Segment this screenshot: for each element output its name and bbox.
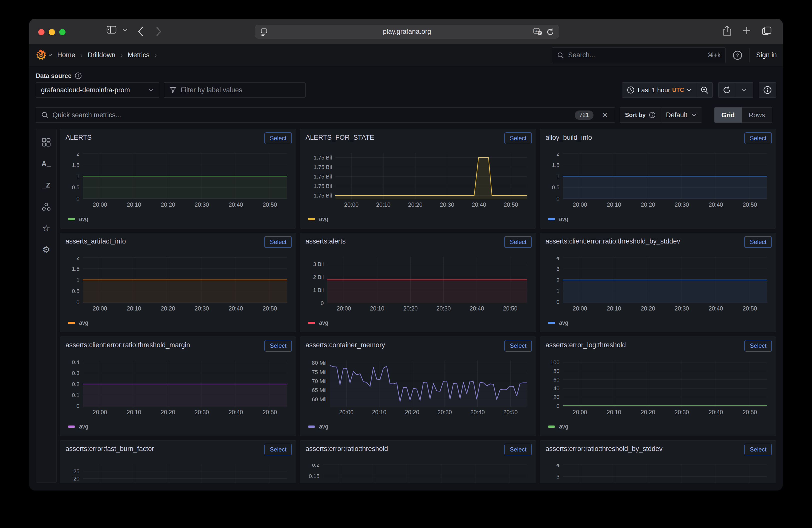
breadcrumb-separator: › <box>80 51 83 59</box>
zoom-out-time-button[interactable] <box>696 83 712 98</box>
metric-chart: 20:0020:1020:2020:3020:4020:5021.510.50 <box>65 257 291 318</box>
new-tab-icon[interactable] <box>742 25 752 36</box>
svg-text:0.3: 0.3 <box>72 370 79 376</box>
breadcrumb-metrics[interactable]: Metrics <box>128 51 149 59</box>
select-button[interactable]: Select <box>505 236 532 248</box>
address-bar[interactable]: play.grafana.org A文 <box>255 25 559 39</box>
svg-text:20:50: 20:50 <box>503 409 518 415</box>
select-button[interactable]: Select <box>505 340 532 352</box>
chevron-left-icon <box>137 26 144 37</box>
breadcrumb-home[interactable]: Home <box>57 51 75 59</box>
svg-text:0.5: 0.5 <box>72 288 79 294</box>
grafana-logo[interactable] <box>35 49 47 61</box>
refresh-interval-dropdown[interactable] <box>735 83 753 98</box>
related-metrics-icon[interactable] <box>40 200 53 213</box>
legend-item[interactable]: avg <box>68 216 88 222</box>
legend-item[interactable]: avg <box>68 320 88 326</box>
quick-search-input[interactable]: Quick search metrics... 721 ✕ <box>36 107 615 123</box>
datasource-select[interactable]: grafanacloud-demoinfra-prom <box>36 82 159 98</box>
select-button[interactable]: Select <box>744 236 772 248</box>
select-button[interactable]: Select <box>744 132 772 144</box>
global-search-input[interactable]: Search... ⌘+k <box>552 47 726 63</box>
zoom-window-button[interactable] <box>59 29 66 35</box>
svg-text:20:20: 20:20 <box>161 202 175 208</box>
legend-label: avg <box>79 423 88 430</box>
label-filter-input[interactable]: Filter by label values <box>164 82 305 98</box>
legend-item[interactable]: avg <box>548 320 568 326</box>
svg-text:20:30: 20:30 <box>437 409 452 415</box>
time-range-picker[interactable]: Last 1 hour UTC <box>622 83 696 98</box>
svg-text:20:30: 20:30 <box>194 305 209 312</box>
refresh-button[interactable] <box>719 83 735 98</box>
panel-title: asserts:error:ratio:threshold_by_stddev <box>546 445 663 453</box>
sort-select[interactable]: Default <box>661 107 702 122</box>
metric-chart: 20:0020:1020:2020:3020:4020:502520 <box>65 464 291 483</box>
sort-alpha-desc-icon[interactable]: _Z <box>40 179 53 192</box>
svg-text:20:10: 20:10 <box>127 202 141 208</box>
svg-text:20:40: 20:40 <box>229 305 243 312</box>
settings-icon[interactable]: ⚙ <box>40 243 53 256</box>
help-icon[interactable]: ? <box>732 50 743 60</box>
select-button[interactable]: Select <box>744 340 772 352</box>
svg-text:40: 40 <box>553 385 560 392</box>
legend-swatch <box>68 425 75 428</box>
minimize-window-button[interactable] <box>49 29 55 35</box>
legend-item[interactable]: avg <box>308 216 328 222</box>
translate-icon[interactable]: A文 <box>533 28 542 36</box>
clear-search-icon[interactable]: ✕ <box>600 111 610 119</box>
legend-label: avg <box>559 216 568 222</box>
time-range-value: Last 1 hour <box>638 86 670 94</box>
global-search-placeholder: Search... <box>568 51 704 59</box>
browser-window: play.grafana.org A文 Home › Drilldown › M… <box>29 19 783 490</box>
url-text: play.grafana.org <box>255 25 559 38</box>
svg-text:20:50: 20:50 <box>504 202 518 208</box>
select-button[interactable]: Select <box>264 132 292 144</box>
legend-item[interactable]: avg <box>308 320 328 326</box>
breadcrumb-drilldown[interactable]: Drilldown <box>87 51 115 59</box>
share-icon[interactable] <box>723 25 732 36</box>
legend-item[interactable]: avg <box>548 216 568 222</box>
metric-panel: asserts_artifact_infoSelect20:0020:1020:… <box>60 233 296 332</box>
svg-text:65 Mil: 65 Mil <box>312 387 327 393</box>
legend-item[interactable]: avg <box>308 423 328 430</box>
select-button[interactable]: Select <box>744 444 772 455</box>
forward-button[interactable] <box>156 26 162 37</box>
svg-text:20:40: 20:40 <box>709 305 723 312</box>
grid-view-icon[interactable] <box>40 136 53 149</box>
breadcrumb-separator: › <box>155 51 157 59</box>
tab-overview-icon[interactable] <box>762 25 772 36</box>
close-window-button[interactable] <box>38 29 44 35</box>
svg-text:20:30: 20:30 <box>675 305 689 312</box>
svg-text:20:10: 20:10 <box>127 305 141 312</box>
view-grid-option[interactable]: Grid <box>714 107 742 122</box>
legend-item[interactable]: avg <box>548 423 568 430</box>
back-button[interactable] <box>137 26 144 37</box>
select-button[interactable]: Select <box>264 340 292 352</box>
svg-text:20:00: 20:00 <box>93 305 107 312</box>
sign-in-button[interactable]: Sign in <box>756 51 777 59</box>
metric-panel: asserts:error:fast_burn_factorSelect20:0… <box>60 440 296 483</box>
svg-text:20:00: 20:00 <box>93 409 107 415</box>
info-icon[interactable] <box>74 72 82 79</box>
svg-text:3: 3 <box>556 266 560 272</box>
sidebar-toggle-button[interactable] <box>106 25 117 34</box>
svg-text:20:30: 20:30 <box>440 202 454 208</box>
sidebar-chevron-button[interactable] <box>122 28 128 32</box>
svg-text:0.1: 0.1 <box>72 392 79 398</box>
view-rows-option[interactable]: Rows <box>742 107 772 122</box>
legend-item[interactable]: avg <box>68 423 88 430</box>
info-icon[interactable] <box>649 112 656 118</box>
org-switcher-chevron-icon[interactable] <box>48 54 52 57</box>
sort-alpha-asc-icon[interactable]: A_ <box>40 157 53 170</box>
chevron-down-icon <box>691 113 697 117</box>
select-button[interactable]: Select <box>264 236 292 248</box>
select-button[interactable]: Select <box>505 444 532 455</box>
star-icon[interactable]: ☆ <box>40 222 53 235</box>
select-button[interactable]: Select <box>505 132 532 144</box>
legend-label: avg <box>559 423 568 430</box>
svg-text:1: 1 <box>76 173 79 179</box>
page-info-button[interactable] <box>759 82 776 98</box>
reload-icon[interactable] <box>546 28 554 36</box>
svg-text:1.75 Bil: 1.75 Bil <box>314 164 332 170</box>
select-button[interactable]: Select <box>264 444 292 455</box>
